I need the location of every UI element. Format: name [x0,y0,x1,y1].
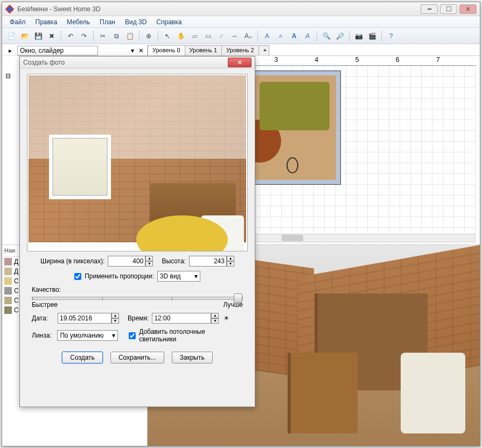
time-input[interactable] [152,313,211,324]
toolbar-separator [257,31,258,41]
text-smaller-icon[interactable]: A [275,30,287,42]
maximize-button[interactable]: ☐ [440,4,457,14]
chevron-down-icon: ▾ [194,272,198,280]
preview-window [49,135,111,199]
bold-icon[interactable]: A [288,30,300,42]
time-label: Время: [128,314,149,322]
save-icon[interactable]: 💾 [32,30,44,42]
date-spinner[interactable]: ▲▼ [58,313,119,324]
dimension-icon[interactable]: ↔ [229,30,241,42]
cut-icon[interactable]: ✂ [97,30,109,42]
date-input[interactable] [58,313,111,324]
list-item-label: С [14,277,19,285]
help-icon[interactable]: ? [385,30,397,42]
list-item-label: С [14,287,19,295]
width-spinner[interactable]: ▲▼ [108,256,153,267]
height-spinner[interactable]: ▲▼ [189,256,234,267]
text-icon[interactable]: A₊ [242,30,254,42]
spin-up-icon[interactable]: ▲ [111,313,119,318]
level-tabs: Уровень 0 Уровень 1 Уровень 2 + [148,45,480,56]
aspect-checkbox[interactable] [74,273,81,280]
width-label: Ширина (в пикселах): [40,257,104,265]
photo-icon[interactable]: 📷 [353,30,365,42]
aspect-select[interactable]: 3D вид▾ [157,271,200,282]
close-button[interactable]: ✕ [459,4,477,14]
list-item-label: С [14,306,19,314]
date-label: Дата: [32,314,54,322]
spin-up-icon[interactable]: ▲ [211,313,219,318]
list-item-label: Д [14,258,18,265]
slider-thumb[interactable] [234,293,242,303]
furniture-sofa[interactable] [260,82,330,130]
menu-file[interactable]: Файл [5,17,30,27]
undo-icon[interactable]: ↶ [65,30,76,42]
menu-edit[interactable]: Правка [31,17,62,27]
chevron-down-icon: ▾ [112,332,115,339]
text-bigger-icon[interactable]: A [261,30,273,42]
wall-icon[interactable]: ▱ [188,30,200,42]
titlebar: БезИмени - Sweet Home 3D ━ ☐ ✕ [2,2,480,16]
open-icon[interactable]: 📂 [19,30,31,42]
toolbar: 📄 📂 💾 ✖ ↶ ↷ ✂ ⧉ 📋 ⊕ ↖ ✋ ▱ ▭ ⟋ ↔ A₊ A A A… [2,28,480,44]
toolbar-separator [381,31,382,41]
add-furniture-icon[interactable]: ⊕ [143,30,155,42]
ceiling-lights-label: Добавить потолочные светильники [139,328,243,343]
prefs-icon[interactable]: ✖ [46,30,58,42]
3d-furniture [288,353,358,433]
italic-icon[interactable]: A [302,30,313,42]
lens-select[interactable]: По умолчанию▾ [57,330,118,341]
new-icon[interactable]: 📄 [5,30,17,42]
ruler-tick: 7 [435,56,476,65]
video-icon[interactable]: 🎬 [366,30,378,42]
quality-row: Качество: Быстрее Лучше [32,286,243,309]
tab-level-0[interactable]: Уровень 0 [148,45,185,55]
spin-down-icon[interactable]: ▼ [111,318,119,324]
menu-furniture[interactable]: Мебель [62,17,94,27]
catalog-selected-field[interactable] [17,46,98,55]
spin-down-icon[interactable]: ▼ [227,261,234,267]
save-button[interactable]: Сохранить... [110,352,164,363]
spin-down-icon[interactable]: ▼ [145,261,153,267]
catalog-header: ▸ ▾ ✕ [2,45,147,56]
zoom-out-icon[interactable]: 🔎 [334,30,346,42]
width-input[interactable] [108,256,145,267]
menu-3dview[interactable]: Вид 3D [121,17,151,27]
menu-plan[interactable]: План [95,17,120,27]
catalog-dropdown-icon[interactable]: ▾ [129,47,136,54]
tab-level-2[interactable]: Уровень 2 [221,45,259,55]
add-tab-button[interactable]: + [259,45,269,55]
time-spinner[interactable]: ▲▼ [152,313,219,324]
polyline-icon[interactable]: ⟋ [215,30,227,42]
spin-down-icon[interactable]: ▼ [211,318,219,324]
copy-icon[interactable]: ⧉ [110,30,122,42]
quality-slider[interactable] [32,297,243,300]
redo-icon[interactable]: ↷ [78,30,90,42]
spin-up-icon[interactable]: ▲ [227,256,234,261]
list-item-label: С [14,297,19,304]
ceiling-lights-checkbox[interactable] [129,332,136,339]
minimize-button[interactable]: ━ [421,4,438,14]
quality-label: Качество: [32,286,61,293]
room-icon[interactable]: ▭ [202,30,214,42]
pan-icon[interactable]: ✋ [175,30,187,42]
photo-dialog: Создать фото ✕ Ширина (в пикселах): ▲▼ В… [19,56,255,407]
menu-help[interactable]: Справка [152,17,186,27]
close-dialog-button[interactable]: Закрыть [172,352,213,363]
tree-toggle-icon[interactable]: ▸ [3,47,17,54]
select-icon[interactable]: ↖ [162,30,173,42]
toolbar-separator [349,31,350,41]
create-button[interactable]: Создать [62,352,103,363]
dialog-body: Ширина (в пикселах): ▲▼ Высота: ▲▼ Приме… [20,68,255,372]
ruler-tick: 3 [273,56,313,65]
spin-up-icon[interactable]: ▲ [145,256,153,261]
sun-icon[interactable]: ☀ [222,314,230,323]
catalog-clear-icon[interactable]: ✕ [136,47,146,54]
paste-icon[interactable]: 📋 [124,30,136,42]
dialog-close-button[interactable]: ✕ [228,58,252,67]
tab-level-1[interactable]: Уровень 1 [185,45,222,55]
ruler-tick: 4 [314,56,354,65]
lens-value: По умолчанию [60,332,103,339]
zoom-in-icon[interactable]: 🔍 [320,30,332,42]
camera-icon[interactable] [287,157,298,173]
height-input[interactable] [189,256,227,267]
